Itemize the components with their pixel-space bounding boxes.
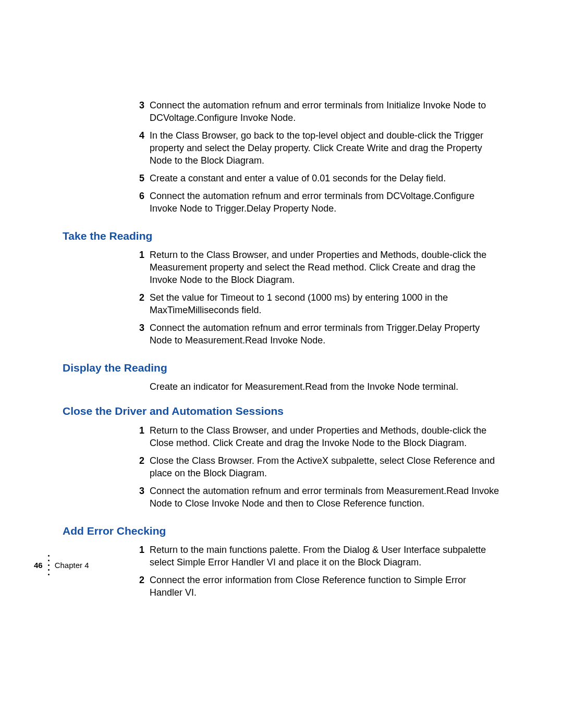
item-number: 3 [133,322,144,334]
vertical-dots-icon [48,553,50,577]
item-text: Connect the error information from Close… [150,574,500,599]
item-text: Connect the automation refnum and error … [150,485,500,510]
item-number: 4 [133,129,144,142]
item-text: Set the value for Timeout to 1 second (1… [150,291,500,316]
item-number: 2 [133,454,144,467]
item-number: 1 [133,544,144,556]
item-number: 3 [133,99,144,112]
document-page: 3 Connect the automation refnum and erro… [0,0,563,728]
display-reading-paragraph: Create an indicator for Measurement.Read… [63,380,500,393]
intro-continuation-list: 3 Connect the automation refnum and erro… [63,99,500,215]
item-number: 5 [133,172,144,184]
item-text: Connect the automation refnum and error … [150,322,500,347]
item-number: 2 [133,574,144,586]
close-driver-list: 1 Return to the Class Browser, and under… [63,424,500,510]
list-item: 4 In the Class Browser, go back to the t… [63,129,500,167]
item-number: 3 [133,485,144,497]
heading-close-driver: Close the Driver and Automation Sessions [63,404,500,417]
list-item: 1 Return to the main functions palette. … [63,544,500,569]
chapter-label: Chapter 4 [55,561,89,570]
list-item: 2 Connect the error information from Clo… [63,574,500,599]
item-text: Connect the automation refnum and error … [150,99,500,124]
page-number: 46 [34,561,43,570]
item-number: 2 [133,291,144,304]
list-item: 3 Connect the automation refnum and erro… [63,485,500,510]
list-item: 6 Connect the automation refnum and erro… [63,190,500,215]
take-reading-list: 1 Return to the Class Browser, and under… [63,249,500,347]
list-item: 2 Set the value for Timeout to 1 second … [63,291,500,316]
list-item: 2 Close the Class Browser. From the Acti… [63,454,500,479]
item-text: Return to the Class Browser, and under P… [150,424,500,449]
item-number: 6 [133,190,144,202]
add-error-list: 1 Return to the main functions palette. … [63,544,500,599]
list-item: 1 Return to the Class Browser, and under… [63,424,500,449]
list-item: 3 Connect the automation refnum and erro… [63,99,500,124]
page-footer: 46 Chapter 4 [34,553,89,577]
item-text: Return to the Class Browser, and under P… [150,249,500,286]
list-item: 1 Return to the Class Browser, and under… [63,249,500,286]
item-text: Create a constant and enter a value of 0… [150,172,500,184]
heading-take-the-reading: Take the Reading [63,229,500,242]
list-item: 3 Connect the automation refnum and erro… [63,322,500,347]
item-text: In the Class Browser, go back to the top… [150,129,500,167]
item-number: 1 [133,424,144,437]
list-item: 5 Create a constant and enter a value of… [63,172,500,184]
heading-add-error-checking: Add Error Checking [63,524,500,537]
heading-display-the-reading: Display the Reading [63,361,500,374]
item-number: 1 [133,249,144,261]
item-text: Close the Class Browser. From the Active… [150,454,500,479]
item-text: Return to the main functions palette. Fr… [150,544,500,569]
item-text: Connect the automation refnum and error … [150,190,500,215]
